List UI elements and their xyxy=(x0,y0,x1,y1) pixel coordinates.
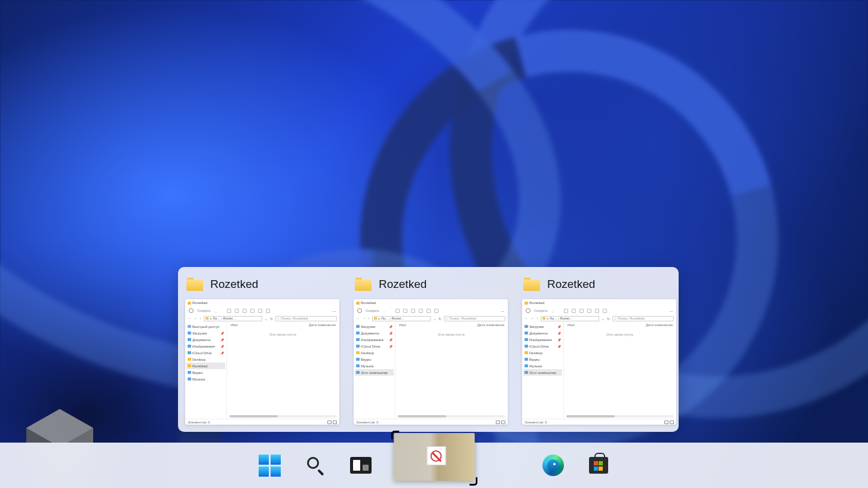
window-thumbnail[interactable]: Rozetked Создать ⌄ ← → ↑ « Ло... › Rozet… xyxy=(522,299,676,425)
paste-icon xyxy=(579,309,584,313)
drive-icon xyxy=(356,364,360,367)
drive-icon xyxy=(525,358,528,361)
folder-icon xyxy=(523,278,540,291)
taskview-window-card[interactable]: RozetkedRozetked Создать ⌄ ← → ↑ « Ло...… xyxy=(354,274,508,425)
copy-icon xyxy=(235,309,239,313)
refresh-icon: ↻ xyxy=(270,317,273,321)
sidebar-item: Музыка xyxy=(523,363,562,369)
taskview-card-title: Rozetked xyxy=(379,278,427,291)
h-scrollbar xyxy=(229,415,337,418)
sidebar-item: Rozetked xyxy=(186,363,225,369)
rename-icon xyxy=(587,309,591,313)
quick-icon xyxy=(188,325,191,328)
sidebar-item-label: Музыка xyxy=(529,364,542,368)
cut-icon xyxy=(395,309,400,313)
sidebar-item: Документы📌 xyxy=(355,330,394,336)
sidebar-item-label: Видео xyxy=(529,358,540,361)
sidebar-item-label: Загрузки xyxy=(529,325,544,329)
drive-icon xyxy=(356,345,360,348)
thumb-titlebar: Rozetked xyxy=(522,299,676,306)
thumb-body: Загрузки📌Документы📌Изображения📌iCloud Dr… xyxy=(522,322,676,419)
up-icon: ↑ xyxy=(368,317,370,320)
window-thumbnail[interactable]: Rozetked Создать ⌄ ← → ↑ « Ло... › Rozet… xyxy=(185,299,339,425)
pin-icon: 📌 xyxy=(557,332,561,335)
paste-icon xyxy=(243,309,247,313)
item-count: Элементов: 0 xyxy=(188,421,210,424)
thumb-body: Быстрый доступЗагрузки📌Документы📌Изображ… xyxy=(185,322,339,419)
share-icon xyxy=(595,309,599,313)
search-icon: ⌕ xyxy=(446,317,448,320)
sidebar-item-label: iCloud Drive xyxy=(361,345,381,348)
back-icon: ← xyxy=(525,317,528,320)
sidebar-item: iCloud Drive📌 xyxy=(355,343,394,349)
thumb-tab-title: Rozetked xyxy=(192,301,207,305)
cut-icon xyxy=(227,309,231,313)
sidebar-item: Видео xyxy=(355,356,394,363)
new-button-label: Создать xyxy=(366,309,379,312)
more-icon xyxy=(669,309,673,312)
thumb-body: Загрузки📌Документы📌Изображения📌iCloud Dr… xyxy=(354,322,508,419)
search-icon xyxy=(306,456,324,474)
more-icon xyxy=(501,309,504,312)
sidebar-item-label: Изображения xyxy=(529,338,552,342)
pin-icon: 📌 xyxy=(220,338,224,342)
empty-folder-text: Эта папка пуста. xyxy=(227,333,339,336)
folder-icon xyxy=(186,278,203,291)
sidebar-item-label: Desktop xyxy=(529,351,542,355)
col-date: Дата изменения xyxy=(477,323,504,327)
drive-icon xyxy=(356,332,360,334)
pin-icon: 📌 xyxy=(220,351,224,355)
forward-icon: → xyxy=(194,317,197,320)
sidebar-item: Видео xyxy=(523,356,562,363)
sidebar-item: Загрузки📌 xyxy=(355,323,394,330)
pin-icon: 📌 xyxy=(389,338,392,342)
edge-button[interactable] xyxy=(541,453,566,478)
taskview-window-card[interactable]: RozetkedRozetked Создать ⌄ ← → ↑ « Ло...… xyxy=(185,274,339,425)
pin-icon: 📌 xyxy=(220,345,224,348)
sidebar-item-label: Быстрый доступ xyxy=(192,325,220,329)
sidebar-item-label: Изображения xyxy=(192,345,215,348)
drive-icon xyxy=(356,358,360,361)
refresh-icon: ↻ xyxy=(607,317,610,321)
search-button[interactable] xyxy=(303,453,328,478)
drive-icon xyxy=(525,332,528,334)
taskview-window-card[interactable]: RozetkedRozetked Создать ⌄ ← → ↑ « Ло...… xyxy=(522,274,676,425)
sidebar-item-label: Музыка xyxy=(192,377,205,381)
thumb-content: ИмяДата изменения Эта папка пуста. xyxy=(564,322,676,419)
thumb-addressbar: ← → ↑ « Ло... › Rozet... ⌄ ↻ ⌕Поиск: Roz… xyxy=(354,315,508,322)
forward-icon: → xyxy=(362,317,366,320)
explorer-button[interactable] xyxy=(484,453,520,478)
sidebar-item: Desktop xyxy=(186,356,225,363)
sidebar-item-label: Этот компьютер xyxy=(361,371,388,375)
thumb-toolbar: Создать ⌄ xyxy=(522,306,676,315)
new-button-label: Создать xyxy=(197,309,211,312)
share-icon xyxy=(258,309,262,313)
sidebar-item-label: Музыка xyxy=(361,364,373,368)
taskview-card-title: Rozetked xyxy=(210,278,258,291)
sidebar-item: Desktop xyxy=(355,349,394,356)
store-button[interactable] xyxy=(586,453,611,478)
taskview-card-header: Rozetked xyxy=(354,274,508,294)
view-toggle xyxy=(664,421,674,424)
breadcrumb: « Ло... › Rozet... xyxy=(541,316,599,321)
taskview-button[interactable] xyxy=(348,453,373,478)
thumb-titlebar: Rozetked xyxy=(354,299,508,306)
view-toggle xyxy=(496,421,505,424)
sidebar-item: Изображения📌 xyxy=(186,343,225,349)
new-button-label: Создать xyxy=(534,309,548,312)
details-view-icon xyxy=(664,421,668,424)
drive-icon xyxy=(525,338,528,341)
drive-icon xyxy=(188,345,191,348)
window-thumbnail[interactable]: Rozetked Создать ⌄ ← → ↑ « Ло... › Rozet… xyxy=(354,299,508,425)
drive-icon xyxy=(356,338,360,341)
edge-icon xyxy=(542,455,564,476)
forward-icon: → xyxy=(530,317,534,320)
store-icon xyxy=(589,457,608,474)
start-button[interactable] xyxy=(257,453,283,478)
thumb-statusbar: Элементов: 0 xyxy=(354,419,508,425)
thumb-toolbar: Создать ⌄ xyxy=(185,306,339,315)
delete-icon xyxy=(266,309,270,313)
sidebar-item: Этот компьютер xyxy=(355,369,394,376)
sidebar-item: Загрузки📌 xyxy=(523,323,562,330)
sidebar-item-label: Загрузки xyxy=(192,332,207,335)
